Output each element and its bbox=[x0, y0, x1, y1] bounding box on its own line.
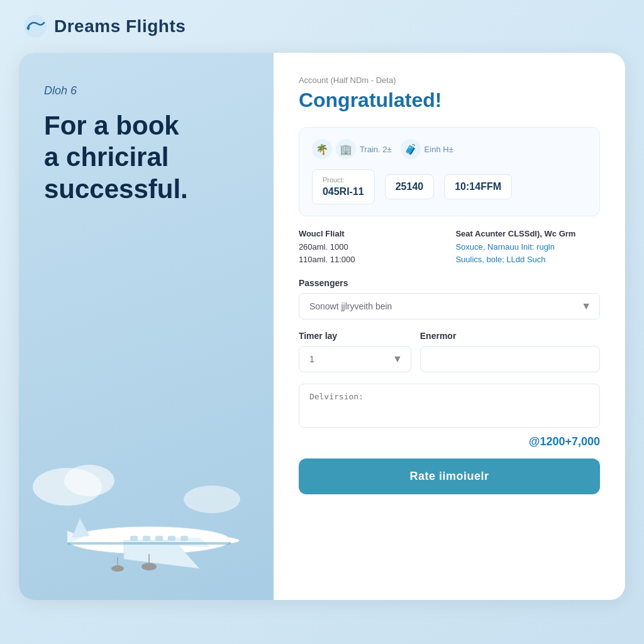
submit-button[interactable]: Rate iimoiuelr bbox=[299, 458, 600, 494]
heading-line3: successful. bbox=[44, 174, 188, 204]
heading-line2: a chriciral bbox=[44, 142, 169, 172]
code-box-2: 25140 bbox=[385, 174, 435, 199]
icon-badge-1: 🌴 🏢 Train. 2± bbox=[312, 139, 392, 159]
svg-point-0 bbox=[24, 15, 47, 38]
code-box-1: Prouct: 045RI-11 bbox=[312, 169, 375, 204]
world-flight-value1: 260aml. 1000 bbox=[299, 241, 443, 253]
icon-badge-2: 🧳 Einh H± bbox=[401, 139, 453, 159]
flight-icons-row: 🌴 🏢 Train. 2± 🧳 Einh H± bbox=[312, 139, 587, 159]
page-wrapper: Dreams Flights Dloh 6 For a book a chric… bbox=[0, 0, 644, 644]
icon-label-2: Einh H± bbox=[425, 145, 453, 154]
world-flight-col: Woucl Flialt 260aml. 1000 110aml. 11:000 bbox=[299, 229, 443, 265]
airplane-illustration bbox=[30, 449, 262, 575]
passengers-select[interactable]: Sonowt jjlryveith bein 1 Passenger 2 Pas… bbox=[299, 293, 600, 319]
timer-label: Timer lay bbox=[299, 331, 411, 341]
flight-codes-row: Prouct: 045RI-11 25140 10:14FFM bbox=[312, 169, 587, 204]
svg-point-12 bbox=[142, 563, 157, 570]
airplane-container bbox=[19, 449, 274, 575]
code-label: Prouct: bbox=[323, 176, 364, 184]
header: Dreams Flights bbox=[0, 0, 644, 53]
svg-point-14 bbox=[111, 565, 124, 572]
congrats-title: Congratulated! bbox=[299, 89, 600, 112]
timer-select-wrapper[interactable]: 1 2 3 ▼ bbox=[299, 346, 411, 372]
flight-info-card: 🌴 🏢 Train. 2± 🧳 Einh H± Prouct: 045RI-11 bbox=[299, 127, 600, 216]
timer-col: Timer lay 1 2 3 ▼ bbox=[299, 331, 411, 372]
svg-rect-6 bbox=[143, 536, 150, 541]
world-flight-label: Woucl Flialt bbox=[299, 229, 443, 238]
code-value-3: 10:14FFM bbox=[455, 181, 501, 192]
heading-line1: For a book bbox=[44, 111, 179, 140]
suitcase-icon: 🧳 bbox=[401, 139, 421, 159]
timer-entrada-row: Timer lay 1 2 3 ▼ Enermor bbox=[299, 331, 600, 372]
svg-point-3 bbox=[184, 486, 240, 513]
right-panel: Account (Half NDm - Deta) Congratulated!… bbox=[274, 53, 625, 600]
building-icon: 🏢 bbox=[336, 139, 356, 159]
description-textarea[interactable] bbox=[299, 384, 600, 428]
flight-details-section: Woucl Flialt 260aml. 1000 110aml. 11:000… bbox=[299, 229, 600, 265]
svg-rect-10 bbox=[67, 542, 231, 545]
account-label: Account (Half NDm - Deta) bbox=[299, 75, 600, 85]
seat-value1: Soxuce, Narnauu Init: rugln bbox=[455, 241, 600, 253]
svg-rect-9 bbox=[180, 536, 188, 541]
code-value: 045RI-11 bbox=[323, 186, 364, 197]
passengers-select-wrapper[interactable]: Sonowt jjlryveith bein 1 Passenger 2 Pas… bbox=[299, 293, 600, 319]
passengers-label: Passengers bbox=[299, 278, 600, 288]
svg-rect-5 bbox=[130, 536, 138, 541]
entrada-label: Enermor bbox=[420, 331, 600, 341]
details-grid: Woucl Flialt 260aml. 1000 110aml. 11:000… bbox=[299, 229, 600, 265]
left-tag: Dloh 6 bbox=[44, 84, 248, 97]
main-card: Dloh 6 For a book a chriciral successful… bbox=[19, 53, 625, 600]
palm-icon: 🌴 bbox=[312, 139, 332, 159]
left-heading: For a book a chriciral successful. bbox=[44, 110, 248, 205]
entrada-input[interactable] bbox=[420, 346, 600, 372]
left-panel: Dloh 6 For a book a chriciral successful… bbox=[19, 53, 274, 600]
seat-col: Seat Acunter CLSSdl), Wc Grm Soxuce, Nar… bbox=[455, 229, 600, 265]
code-value-2: 25140 bbox=[396, 181, 424, 192]
timer-select[interactable]: 1 2 3 bbox=[299, 346, 411, 372]
entrada-col: Enermor bbox=[420, 331, 600, 372]
svg-point-2 bbox=[64, 465, 114, 496]
svg-rect-8 bbox=[168, 536, 175, 541]
price-display: @1200+7,000 bbox=[299, 435, 600, 448]
code-box-3: 10:14FFM bbox=[444, 174, 512, 199]
brand-name: Dreams Flights bbox=[54, 16, 186, 36]
seat-label: Seat Acunter CLSSdl), Wc Grm bbox=[455, 229, 600, 238]
svg-rect-7 bbox=[155, 536, 163, 541]
icon-label-1: Train. 2± bbox=[360, 145, 392, 154]
seat-value2: Suulics, bole; LLdd Such bbox=[455, 253, 600, 266]
logo-icon bbox=[23, 14, 48, 39]
world-flight-value2: 110aml. 11:000 bbox=[299, 253, 443, 266]
